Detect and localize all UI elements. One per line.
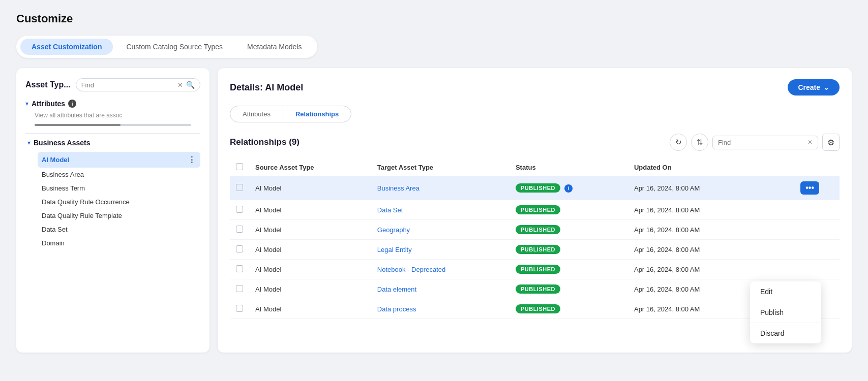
status-badge: PUBLISHED bbox=[516, 265, 560, 274]
business-assets-label: Business Assets bbox=[34, 139, 91, 147]
gear-icon: ⚙ bbox=[827, 138, 834, 147]
target-link[interactable]: Data process bbox=[377, 305, 416, 313]
status-info-icon[interactable]: i bbox=[564, 184, 573, 193]
status-badge: PUBLISHED bbox=[516, 205, 560, 214]
progress-bar bbox=[35, 124, 191, 126]
row-updated: Apr 16, 2024, 8:00 AM bbox=[628, 200, 762, 220]
row-source: AI Model bbox=[249, 200, 371, 220]
asset-list-item-ai-model[interactable]: AI Model ⋮ bbox=[38, 152, 200, 168]
row-source: AI Model bbox=[249, 240, 371, 260]
status-badge: PUBLISHED bbox=[516, 225, 560, 234]
asset-list-item-business-area[interactable]: Business Area bbox=[38, 168, 200, 181]
table-header: Source Asset Type Target Asset Type Stat… bbox=[230, 159, 840, 176]
page-container: Customize Asset Customization Custom Cat… bbox=[0, 0, 868, 381]
tab-relationships[interactable]: Relationships bbox=[283, 106, 351, 122]
search-clear-icon[interactable]: ✕ bbox=[177, 81, 183, 89]
row-target: Data process bbox=[371, 299, 510, 319]
status-badge: PUBLISHED bbox=[516, 183, 560, 193]
row-action-button[interactable]: ••• bbox=[800, 181, 819, 195]
asset-list-item-dqrt[interactable]: Data Quality Rule Template bbox=[38, 209, 200, 223]
row-checkbox[interactable] bbox=[236, 305, 243, 312]
asset-list-item-business-term[interactable]: Business Term bbox=[38, 181, 200, 195]
target-link[interactable]: Business Area bbox=[377, 184, 420, 192]
row-target: Legal Entity bbox=[371, 240, 510, 260]
right-panel: Details: AI Model Create ⌄ Attributes Re… bbox=[218, 68, 852, 353]
row-updated: Apr 16, 2024, 8:00 AM bbox=[628, 279, 762, 299]
row-source: AI Model bbox=[249, 279, 371, 299]
target-link[interactable]: Data Set bbox=[377, 206, 403, 214]
col-checkbox bbox=[230, 159, 249, 176]
settings-button[interactable]: ⚙ bbox=[822, 134, 840, 151]
col-updated: Updated On bbox=[628, 159, 762, 176]
main-content: Asset Typ... ✕ 🔍 ▾ Attributes i View all… bbox=[16, 68, 852, 353]
context-menu-discard[interactable]: Discard bbox=[750, 323, 821, 343]
asset-search-input[interactable] bbox=[81, 81, 174, 89]
row-checkbox[interactable] bbox=[236, 206, 243, 213]
asset-list-item-data-set[interactable]: Data Set bbox=[38, 223, 200, 236]
status-badge: PUBLISHED bbox=[516, 304, 560, 313]
relationships-title: Relationships (9) bbox=[230, 137, 300, 147]
status-badge: PUBLISHED bbox=[516, 245, 560, 254]
row-checkbox-cell bbox=[230, 220, 249, 240]
row-target: Business Area bbox=[371, 176, 510, 200]
table-row: AI Model Notebook - Deprecated PUBLISHED… bbox=[230, 260, 840, 279]
table-row: AI Model Geography PUBLISHED Apr 16, 202… bbox=[230, 220, 840, 240]
tab-metadata-models[interactable]: Metadata Models bbox=[236, 39, 313, 55]
business-assets-toggle[interactable]: ▾ Business Assets bbox=[25, 139, 200, 147]
asset-search-box: ✕ 🔍 bbox=[76, 78, 200, 91]
asset-list: AI Model ⋮ Business Area Business Term D… bbox=[25, 152, 200, 250]
asset-list-item-domain[interactable]: Domain bbox=[38, 236, 200, 250]
target-link[interactable]: Geography bbox=[377, 226, 410, 234]
row-checkbox-cell bbox=[230, 299, 249, 319]
row-updated: Apr 16, 2024, 8:00 AM bbox=[628, 220, 762, 240]
tab-custom-catalog[interactable]: Custom Catalog Source Types bbox=[115, 39, 234, 55]
select-all-checkbox[interactable] bbox=[236, 163, 243, 170]
details-title: Details: AI Model bbox=[230, 82, 303, 93]
row-target: Data element bbox=[371, 279, 510, 299]
row-target: Data Set bbox=[371, 200, 510, 220]
detail-tabs: Attributes Relationships bbox=[230, 106, 351, 122]
row-updated: Apr 16, 2024, 8:00 AM bbox=[628, 240, 762, 260]
tab-attributes[interactable]: Attributes bbox=[230, 106, 283, 122]
row-actions bbox=[762, 220, 840, 240]
status-badge: PUBLISHED bbox=[516, 284, 560, 294]
create-button-chevron-icon: ⌄ bbox=[823, 83, 829, 91]
context-menu-edit[interactable]: Edit bbox=[750, 281, 821, 302]
table-row: AI Model Data element PUBLISHED Apr 16, … bbox=[230, 279, 840, 299]
tab-asset-customization[interactable]: Asset Customization bbox=[20, 39, 113, 55]
sort-button[interactable]: ⇅ bbox=[691, 134, 708, 151]
row-checkbox[interactable] bbox=[236, 184, 243, 191]
table-body: AI Model Business Area PUBLISHED i Apr 1… bbox=[230, 176, 840, 319]
row-source: AI Model bbox=[249, 299, 371, 319]
attributes-description: View all attributes that are assoc bbox=[35, 112, 200, 119]
business-assets-arrow-icon: ▾ bbox=[27, 139, 31, 146]
table-row: AI Model Data process PUBLISHED Apr 16, … bbox=[230, 299, 840, 319]
target-link[interactable]: Notebook - Deprecated bbox=[377, 266, 445, 273]
relationships-find-input[interactable] bbox=[718, 139, 803, 146]
row-target: Geography bbox=[371, 220, 510, 240]
top-tab-bar: Asset Customization Custom Catalog Sourc… bbox=[16, 36, 317, 58]
refresh-button[interactable]: ↻ bbox=[670, 134, 687, 151]
attributes-info-icon[interactable]: i bbox=[68, 100, 76, 108]
row-actions bbox=[762, 240, 840, 260]
context-menu-publish[interactable]: Publish bbox=[750, 302, 821, 323]
row-checkbox[interactable] bbox=[236, 245, 243, 252]
col-status: Status bbox=[510, 159, 628, 176]
target-link[interactable]: Data element bbox=[377, 285, 416, 293]
ai-model-three-dots-icon[interactable]: ⋮ bbox=[188, 155, 196, 165]
search-icon: 🔍 bbox=[186, 81, 195, 89]
target-link[interactable]: Legal Entity bbox=[377, 246, 412, 253]
row-checkbox[interactable] bbox=[236, 226, 243, 233]
asset-list-item-dqro[interactable]: Data Quality Rule Occurrence bbox=[38, 195, 200, 209]
attributes-section-toggle[interactable]: ▾ Attributes i bbox=[25, 100, 200, 108]
attributes-arrow-icon: ▾ bbox=[25, 100, 28, 107]
sort-icon: ⇅ bbox=[697, 138, 703, 147]
row-checkbox[interactable] bbox=[236, 265, 243, 272]
row-checkbox[interactable] bbox=[236, 285, 243, 292]
find-clear-icon[interactable]: ✕ bbox=[807, 139, 813, 146]
progress-bar-inner bbox=[35, 124, 121, 126]
create-button[interactable]: Create ⌄ bbox=[788, 79, 840, 96]
details-header: Details: AI Model Create ⌄ bbox=[230, 79, 840, 96]
attributes-label: Attributes bbox=[32, 100, 65, 108]
row-updated: Apr 16, 2024, 8:00 AM bbox=[628, 299, 762, 319]
